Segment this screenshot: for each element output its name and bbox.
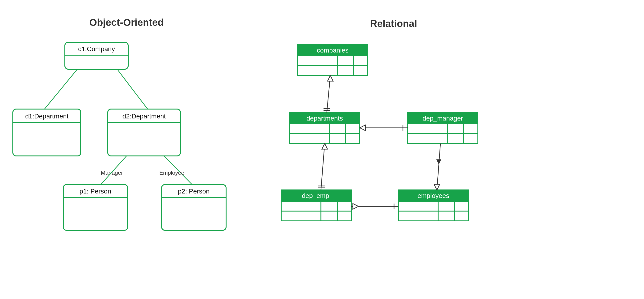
object-person-2: p2: Person xyxy=(162,185,226,230)
svg-rect-39 xyxy=(398,201,438,211)
svg-rect-33 xyxy=(321,201,337,211)
rel-depempl-departments xyxy=(318,144,328,190)
svg-line-49 xyxy=(321,144,325,190)
svg-rect-23 xyxy=(346,134,360,144)
table-companies: companies xyxy=(298,45,368,76)
svg-rect-11 xyxy=(298,56,337,66)
svg-rect-40 xyxy=(438,201,454,211)
left-title: Object-Oriented xyxy=(89,17,164,28)
manager-label: Manager xyxy=(101,170,123,176)
table-dep-empl: dep_empl xyxy=(281,190,352,221)
svg-rect-20 xyxy=(346,124,360,134)
dep-empl-label: dep_empl xyxy=(302,192,331,199)
object-company: c1:Company xyxy=(65,42,128,69)
employee-label: Employee xyxy=(159,170,184,176)
svg-rect-27 xyxy=(464,124,478,134)
svg-rect-32 xyxy=(281,201,321,211)
svg-rect-29 xyxy=(448,134,464,144)
svg-rect-26 xyxy=(448,124,464,134)
dept2-label: d2:Department xyxy=(122,113,166,120)
svg-rect-14 xyxy=(298,66,337,76)
svg-rect-37 xyxy=(337,211,352,221)
diagram-canvas: Object-Oriented c1:Company d1:Department… xyxy=(0,0,644,299)
table-employees: employees xyxy=(398,190,468,221)
svg-rect-30 xyxy=(464,134,478,144)
company-label: c1:Company xyxy=(78,45,115,53)
svg-rect-22 xyxy=(330,134,346,144)
svg-rect-36 xyxy=(321,211,337,221)
companies-label: companies xyxy=(317,47,348,54)
person1-label: p1: Person xyxy=(80,188,111,195)
svg-line-56 xyxy=(437,144,440,190)
table-dep-manager: dep_manager xyxy=(408,113,478,144)
svg-marker-50 xyxy=(322,144,328,149)
object-department-1: d1:Department xyxy=(13,109,81,156)
svg-rect-21 xyxy=(290,134,330,144)
link-company-d1 xyxy=(44,69,77,109)
svg-marker-60 xyxy=(353,204,358,209)
person2-label: p2: Person xyxy=(178,188,210,195)
svg-marker-57 xyxy=(434,184,440,190)
svg-rect-18 xyxy=(290,124,330,134)
rel-depmanager-employees xyxy=(434,144,441,190)
svg-rect-25 xyxy=(408,124,448,134)
svg-rect-16 xyxy=(354,66,368,76)
svg-rect-34 xyxy=(337,201,352,211)
svg-rect-42 xyxy=(398,211,438,221)
svg-rect-41 xyxy=(454,201,468,211)
svg-rect-43 xyxy=(438,211,454,221)
svg-marker-46 xyxy=(328,76,333,81)
svg-rect-28 xyxy=(408,134,448,144)
object-department-2: d2:Department xyxy=(108,109,180,156)
right-title: Relational xyxy=(370,18,417,29)
link-company-d2 xyxy=(117,69,148,109)
svg-marker-58 xyxy=(436,159,441,164)
svg-rect-13 xyxy=(354,56,368,66)
svg-rect-15 xyxy=(337,66,354,76)
svg-rect-35 xyxy=(281,211,321,221)
departments-label: departments xyxy=(306,115,343,122)
rel-depmanager-departments xyxy=(360,125,408,131)
dept1-label: d1:Department xyxy=(25,113,68,120)
svg-rect-19 xyxy=(330,124,346,134)
rel-departments-companies xyxy=(324,76,333,113)
svg-rect-44 xyxy=(454,211,468,221)
table-departments: departments xyxy=(290,113,360,144)
svg-marker-54 xyxy=(360,125,366,131)
object-person-1: p1: Person xyxy=(63,185,128,230)
employees-label: employees xyxy=(418,192,449,199)
rel-depempl-employees xyxy=(352,204,398,209)
dep-manager-label: dep_manager xyxy=(422,115,463,122)
svg-rect-12 xyxy=(337,56,354,66)
